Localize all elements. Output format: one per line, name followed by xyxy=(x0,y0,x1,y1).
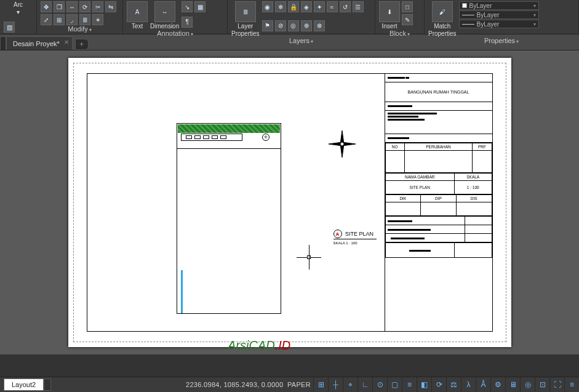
grid-icon[interactable]: ┼ xyxy=(328,377,343,392)
dimension-button[interactable]: ↔Dimension xyxy=(150,1,179,30)
layer-make-icon[interactable]: ✦ xyxy=(314,1,325,12)
wall-highlight xyxy=(181,270,183,313)
hardware-icon[interactable]: ⊡ xyxy=(535,377,549,392)
tool-rotate-icon[interactable]: ⟳ xyxy=(79,1,90,12)
color-dropdown[interactable]: ByLayer▾ xyxy=(459,1,539,10)
block-edit-icon[interactable]: ✎ xyxy=(402,14,413,25)
annotation-icon[interactable]: Å xyxy=(476,377,490,392)
tool-offset-icon[interactable]: ≣ xyxy=(79,14,90,25)
workspace-icon[interactable]: ⚙ xyxy=(490,377,505,392)
panel-block-label[interactable]: Block xyxy=(379,30,420,37)
insert-button[interactable]: ⬇Insert xyxy=(379,1,400,30)
status-bar: Layout2 2236.0984, 1085.2493, 0.0000 PAP… xyxy=(0,377,579,392)
revision-table: NOPERUBAHANPRF xyxy=(385,143,492,173)
north-arrow xyxy=(327,129,357,159)
tool-hatch-icon[interactable]: ▨ xyxy=(4,22,15,33)
vegetation xyxy=(178,124,280,133)
project-name: BANGUNAN RUMAH TINGGAL xyxy=(385,82,492,102)
text-button[interactable]: AText xyxy=(127,1,148,30)
dimension-icon: ↔ xyxy=(154,1,175,22)
tool-move-icon[interactable]: ✥ xyxy=(41,1,52,12)
linetype-dropdown[interactable]: ByLayer▾ xyxy=(459,20,539,28)
block-create-icon[interactable]: □ xyxy=(402,1,413,12)
lineweight-icon xyxy=(462,15,474,15)
paper-sheet: ✛ A SITE PLAN SKALA 1 xyxy=(68,58,511,347)
layer-lock-icon[interactable]: 🔒 xyxy=(288,1,299,12)
match-properties-button[interactable]: 🖌MatchProperties xyxy=(428,1,457,37)
annoscale-icon[interactable]: ⚖ xyxy=(446,377,461,392)
panel-layers: ≣LayerProperties ◉ ❄ 🔒 ◈ ✦ ≈ ↺ ☰ ⚑ ⊘ ◎ ⊕… xyxy=(228,0,375,34)
arc-label: Arc xyxy=(14,1,23,8)
osnap-icon[interactable]: ▢ xyxy=(387,377,402,392)
layer-prev-icon[interactable]: ↺ xyxy=(340,1,351,12)
match-properties-icon: 🖌 xyxy=(432,1,453,22)
roof-plan xyxy=(177,148,282,271)
snap-icon[interactable]: ⌖ xyxy=(343,377,357,392)
tool-table-icon[interactable]: ▦ xyxy=(194,1,206,12)
layer-off-icon[interactable]: ◉ xyxy=(262,1,273,12)
drawing-title-label: A SITE PLAN SKALA 1 : 100 xyxy=(333,230,377,246)
layout-tab[interactable]: Layout2 xyxy=(4,378,44,391)
panel-modify: ✥ ❐ ↔ ⟳ ✂ ⇋ ⤢ ⊞ ◞ ≣ ✶ Modify xyxy=(37,0,123,34)
monitor-icon[interactable]: 🖥 xyxy=(505,377,520,392)
tab-nav-button[interactable] xyxy=(0,36,6,50)
panel-modify-label[interactable]: Modify xyxy=(41,25,119,33)
linetype-icon xyxy=(462,24,474,25)
panel-draw-arc: Arc▾ ▨ xyxy=(0,0,37,34)
close-icon[interactable]: ✕ xyxy=(64,39,69,46)
tool-mtext-icon[interactable]: ¶ xyxy=(182,17,193,28)
ortho-icon[interactable]: ∟ xyxy=(357,377,372,392)
site-plan-drawing: ✛ xyxy=(177,123,281,314)
panel-properties-label[interactable]: Properties xyxy=(428,37,575,44)
chevron-down-icon: ▾ xyxy=(533,12,536,18)
layer-properties-icon: ≣ xyxy=(235,1,256,22)
tool-leader-icon[interactable]: ↘ xyxy=(182,1,193,12)
tool-explode-icon[interactable]: ✶ xyxy=(92,14,103,25)
panel-properties: 🖌MatchProperties ByLayer▾ ByLayer▾ ByLay… xyxy=(425,0,579,34)
customize-status-icon[interactable]: ≡ xyxy=(564,377,579,392)
scale-icon[interactable]: λ xyxy=(461,377,476,392)
tool-copy-icon[interactable]: ❐ xyxy=(54,1,65,12)
layer-state-icon[interactable]: ⚑ xyxy=(262,20,273,31)
layer-isolate-icon[interactable]: ◎ xyxy=(288,20,299,31)
layout-next[interactable] xyxy=(44,378,51,391)
isolate-icon[interactable]: ◎ xyxy=(520,377,535,392)
layer-vpfreeze-icon[interactable]: ⊘ xyxy=(275,20,286,31)
layer-properties-button[interactable]: ≣LayerProperties xyxy=(231,1,260,37)
coordinates-readout: 2236.0984, 1085.2493, 0.0000 PAPER xyxy=(183,381,313,388)
layer-delete-icon[interactable]: ⊗ xyxy=(314,20,325,31)
tool-array-icon[interactable]: ⊞ xyxy=(54,14,65,25)
cleanscreen-icon[interactable]: ⛶ xyxy=(549,377,564,392)
model-space-icon[interactable]: ⊞ xyxy=(313,377,328,392)
crosshair-cursor xyxy=(297,245,321,270)
layer-iso-icon[interactable]: ◈ xyxy=(301,1,312,12)
lineweight-icon[interactable]: ≡ xyxy=(402,377,417,392)
polar-icon[interactable]: ⊙ xyxy=(372,377,387,392)
transparency-icon[interactable]: ◧ xyxy=(417,377,431,392)
svg-point-4 xyxy=(340,142,344,146)
tool-fillet-icon[interactable]: ◞ xyxy=(66,14,78,25)
tool-trim-icon[interactable]: ✂ xyxy=(92,1,103,12)
chevron-down-icon: ▾ xyxy=(533,3,536,9)
file-tab-label: Desain Proyek* xyxy=(13,40,60,47)
layer-walk-icon[interactable]: ☰ xyxy=(353,1,364,12)
tool-mirror-icon[interactable]: ⇋ xyxy=(105,1,116,12)
layer-match-icon[interactable]: ≈ xyxy=(327,1,338,12)
cycling-icon[interactable]: ⟳ xyxy=(431,377,446,392)
insert-icon: ⬇ xyxy=(379,1,400,22)
add-tab-button[interactable]: + xyxy=(75,39,89,50)
ribbon: Arc▾ ▨ ✥ ❐ ↔ ⟳ ✂ ⇋ ⤢ ⊞ ◞ ≣ ✶ Modify ATex… xyxy=(0,0,579,34)
drawing-info-table: NAMA GAMBARSKALA SITE PLAN1 : 100 xyxy=(385,173,492,194)
signature-table: DIKDIPDIS xyxy=(385,194,492,216)
layer-freeze-icon[interactable]: ❄ xyxy=(275,1,286,12)
drawing-canvas[interactable]: ✛ A SITE PLAN SKALA 1 xyxy=(0,50,579,354)
lineweight-dropdown[interactable]: ByLayer▾ xyxy=(459,10,539,19)
tool-scale-icon[interactable]: ⤢ xyxy=(41,14,52,25)
layer-merge-icon[interactable]: ⊕ xyxy=(301,20,312,31)
panel-layers-label[interactable]: Layers xyxy=(231,37,371,44)
tool-stretch-icon[interactable]: ↔ xyxy=(66,1,78,12)
sheet-border: ✛ A SITE PLAN SKALA 1 xyxy=(87,73,493,332)
file-tab-active[interactable]: Desain Proyek* ✕ xyxy=(6,36,73,50)
color-swatch-icon xyxy=(462,3,467,8)
panel-annotation-label[interactable]: Annotation xyxy=(127,30,223,37)
